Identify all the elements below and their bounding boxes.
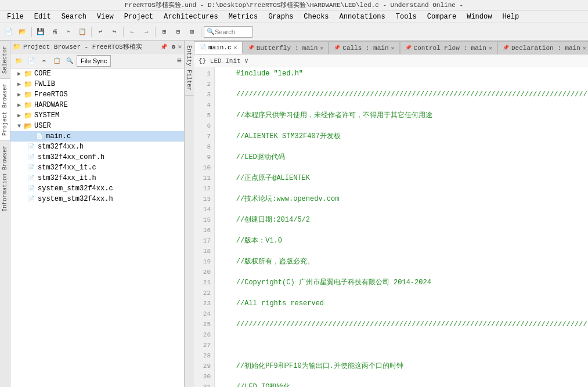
- tree-arrow-fwlib: ▶: [15, 81, 23, 88]
- menu-view[interactable]: View: [92, 12, 118, 22]
- tree-item-main-c[interactable]: 📄 main.c: [10, 131, 184, 142]
- toolbar-open[interactable]: 📂: [16, 26, 29, 38]
- tree-label-stm32f4xx-h: stm32f4xx.h: [38, 143, 84, 151]
- panel-toolbar-new-file[interactable]: 📄: [26, 55, 37, 67]
- sidebar-tab-project-browser[interactable]: Project Browser: [0, 78, 10, 140]
- tree-item-hardware[interactable]: ▶ 📁 HARDWARE: [10, 100, 184, 110]
- entity-filter-tab[interactable]: Entity Filter: [185, 41, 194, 96]
- tree-item-stm32f4xx-conf-h[interactable]: 📄 stm32f4xx_conf.h: [10, 152, 184, 162]
- tab-pin-control-flow: 📌: [405, 45, 412, 51]
- tab-label-main-c: main.c: [208, 44, 232, 51]
- tab-butterfly[interactable]: 📌 Butterfly : main ✕: [243, 41, 329, 54]
- toolbar-btn7[interactable]: ←: [126, 26, 139, 38]
- sidebar-tab-selector[interactable]: Selector: [0, 41, 10, 78]
- menu-help[interactable]: Help: [497, 12, 524, 22]
- tab-declaration-main[interactable]: 📌 Declaration : main ✕: [497, 41, 588, 54]
- tab-label-control-flow: Control Flow : main: [414, 45, 486, 52]
- panel-pin-icon[interactable]: 📌: [160, 44, 167, 50]
- toolbar-btn11[interactable]: ⊠: [186, 26, 199, 38]
- menu-file[interactable]: File: [2, 12, 28, 22]
- toolbar-btn3[interactable]: ✂: [62, 26, 75, 38]
- right-sidebar: Entity Filter: [185, 41, 194, 387]
- toolbar-btn1[interactable]: 💾: [34, 26, 47, 38]
- menu-tools[interactable]: Tools: [391, 12, 421, 22]
- tab-main-c[interactable]: 📄 main.c ✕: [194, 41, 243, 54]
- panel-settings-icon[interactable]: ⚙: [172, 44, 175, 50]
- panel-toolbar-new-folder[interactable]: 📁: [13, 55, 24, 67]
- tree-label-freertos: FreeRTOS: [34, 91, 68, 99]
- menu-edit[interactable]: Edit: [30, 12, 56, 22]
- toolbar-sep5: [201, 27, 201, 37]
- tree-item-system-h[interactable]: 📄 system_stm32f4xx.h: [10, 194, 184, 204]
- menu-annotations[interactable]: Annotations: [335, 12, 390, 22]
- search-icon: 🔍: [207, 28, 215, 35]
- code-line-3: //本程序只供学习使用，未经作者许可，不得用于其它任何用途: [219, 110, 587, 121]
- tree-item-freertos[interactable]: ▶ 📁 FreeRTOS: [10, 89, 184, 100]
- file-icon-stm32f4xx-h: 📄: [27, 143, 36, 151]
- tree-label-fwlib: FWLIB: [34, 80, 55, 88]
- menu-architectures[interactable]: Architectures: [159, 12, 223, 22]
- panel-toolbar-cut[interactable]: ✂: [38, 55, 50, 67]
- menu-metrics[interactable]: Metrics: [224, 12, 262, 22]
- code-line-7: //技术论坛:www.openedv.com: [219, 194, 587, 204]
- tab-close-control-flow[interactable]: ✕: [489, 45, 492, 52]
- tree-item-stm32f4xx-it-h[interactable]: 📄 stm32f4xx_it.h: [10, 173, 184, 183]
- toolbar-new[interactable]: 📄: [2, 26, 15, 38]
- menu-window[interactable]: Window: [462, 12, 496, 22]
- code-line-2: ////////////////////////////////////////…: [219, 89, 587, 100]
- code-line-1: #include "led.h": [219, 68, 587, 79]
- tree-item-system[interactable]: ▶ 📁 SYSTEM: [10, 110, 184, 121]
- file-icon-main-c: 📄: [35, 132, 44, 140]
- file-sync-button[interactable]: File Sync: [77, 55, 111, 67]
- code-line-15: //初始化PF9和PF10为输出口.并使能这两个口的时钟: [219, 361, 587, 371]
- tab-label-butterfly: Butterfly : main: [257, 45, 318, 52]
- code-content[interactable]: #include "led.h" ///////////////////////…: [215, 67, 588, 387]
- tab-close-declaration-main[interactable]: ✕: [583, 45, 586, 52]
- tab-close-calls[interactable]: ✕: [391, 45, 395, 52]
- folder-icon-system: 📁: [23, 111, 33, 120]
- tree-label-system: SYSTEM: [34, 111, 59, 120]
- tab-control-flow[interactable]: 📌 Control Flow : main ✕: [400, 41, 497, 54]
- toolbar-sep4: [155, 27, 156, 37]
- toolbar-btn2[interactable]: 🖨: [48, 26, 61, 38]
- line-numbers: 12345 678910 1112131415 1617181920 21222…: [194, 67, 215, 387]
- menu-graphs[interactable]: Graphs: [264, 12, 298, 22]
- panel-toolbar-search[interactable]: 🔍: [64, 55, 75, 67]
- sidebar-tabs: Selector Project Browser Information Bro…: [0, 41, 10, 387]
- toolbar-btn6[interactable]: ↪: [108, 26, 121, 38]
- tree-label-stm32f4xx-conf-h: stm32f4xx_conf.h: [38, 153, 104, 161]
- panel-menu-button[interactable]: ≡: [177, 56, 182, 66]
- menu-project[interactable]: Project: [120, 12, 158, 22]
- tree-item-fwlib[interactable]: ▶ 📁 FWLIB: [10, 79, 184, 89]
- search-box[interactable]: 🔍: [204, 26, 252, 38]
- code-line-6: //正点原子@ALIENTEK: [219, 173, 587, 183]
- sidebar-tab-info-browser[interactable]: Information Browser: [0, 140, 10, 216]
- tab-close-butterfly[interactable]: ✕: [320, 45, 323, 52]
- toolbar-btn4[interactable]: 📋: [76, 26, 89, 38]
- code-editor[interactable]: 12345 678910 1112131415 1617181920 21222…: [194, 67, 588, 387]
- toolbar-btn5[interactable]: ↩: [94, 26, 107, 38]
- tree-item-core[interactable]: ▶ 📁 CORE: [10, 68, 184, 79]
- toolbar-btn10[interactable]: ⊟: [172, 26, 185, 38]
- panel-toolbar: 📁 📄 ✂ 📋 🔍 File Sync ≡: [10, 53, 184, 68]
- breadcrumb-text[interactable]: {} LED_Init ∨: [199, 57, 248, 64]
- menu-compare[interactable]: Compare: [423, 12, 461, 22]
- menu-search[interactable]: Search: [57, 12, 91, 22]
- toolbar-btn8[interactable]: →: [140, 26, 153, 38]
- panel-toolbar-copy[interactable]: 📋: [51, 55, 63, 67]
- tree-label-main-c: main.c: [46, 132, 71, 140]
- tree-item-stm32f4xx-h[interactable]: 📄 stm32f4xx.h: [10, 142, 184, 152]
- tree-arrow-core: ▶: [15, 70, 23, 77]
- panel-close-button[interactable]: ✕: [178, 43, 182, 50]
- tab-calls[interactable]: 📌 Calls : main ✕: [329, 41, 399, 54]
- tab-close-main-c[interactable]: ✕: [234, 44, 237, 51]
- tree-item-user[interactable]: ▼ 📂 USER: [10, 121, 184, 131]
- toolbar-btn9[interactable]: ⊞: [158, 26, 171, 38]
- tree-item-system-c[interactable]: 📄 system_stm32f4xx.c: [10, 183, 184, 194]
- search-input[interactable]: [215, 28, 250, 35]
- code-line-8: //创建日期:2014/5/2: [219, 215, 587, 225]
- menu-checks[interactable]: Checks: [299, 12, 333, 22]
- tree-label-user: USER: [34, 122, 51, 130]
- tree-arrow-freertos: ▶: [15, 91, 23, 98]
- tree-item-stm32f4xx-it-c[interactable]: 📄 stm32f4xx_it.c: [10, 162, 184, 173]
